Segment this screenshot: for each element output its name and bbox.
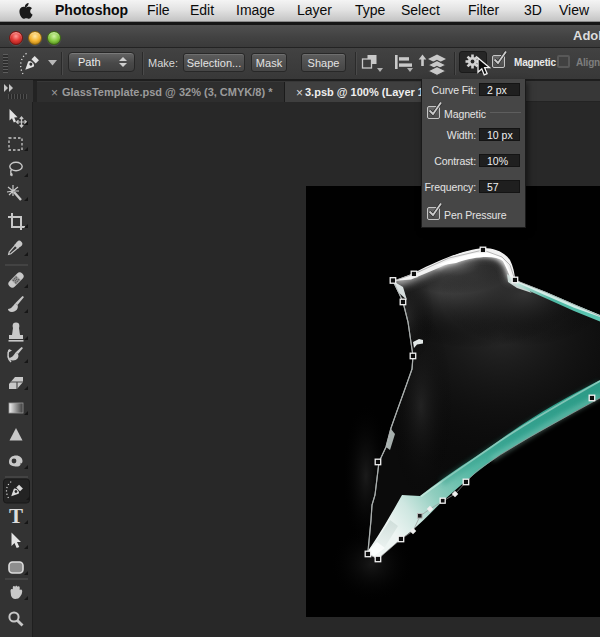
svg-text:T: T — [9, 504, 23, 528]
